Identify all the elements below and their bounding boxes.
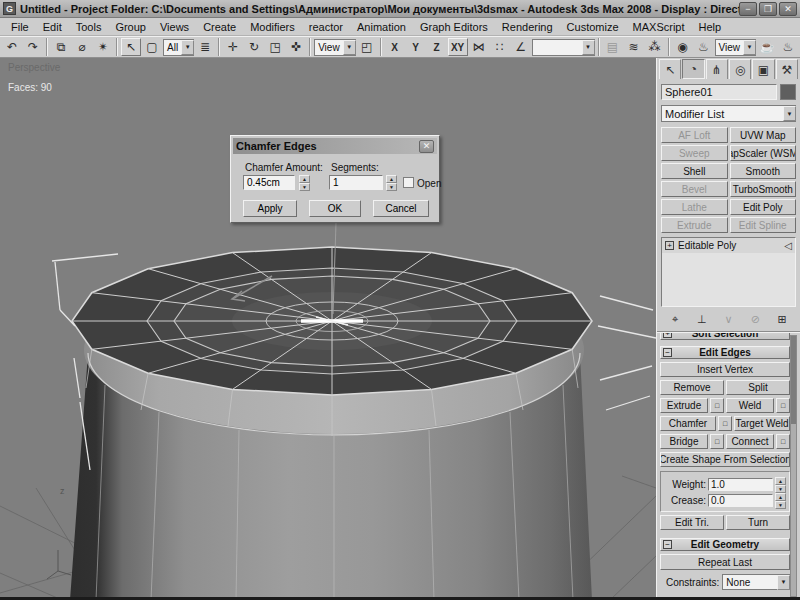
object-name-field[interactable]: Sphere01 xyxy=(661,84,777,100)
create-shape-button[interactable]: Create Shape From Selection xyxy=(660,452,790,467)
menu-modifiers[interactable]: Modifiers xyxy=(243,19,302,35)
chevron-down-icon[interactable]: ▼ xyxy=(181,40,194,55)
mirror-icon[interactable]: ⋈ xyxy=(469,38,489,56)
restrict-xy-plane-button[interactable]: XY xyxy=(448,38,468,56)
curve-editor-icon[interactable]: ≋ xyxy=(624,38,644,56)
mapscaler-button[interactable]: apScaler (WSM xyxy=(730,145,797,161)
rollout-edit-edges[interactable]: − Edit Edges xyxy=(660,346,790,359)
menu-file[interactable]: File xyxy=(4,19,36,35)
render-scene-dialog-icon[interactable]: ♨ xyxy=(694,38,714,56)
select-and-manipulate-icon[interactable]: ✜ xyxy=(286,38,306,56)
connect-settings-icon[interactable]: □ xyxy=(776,434,790,449)
restrict-y-button[interactable]: Y xyxy=(406,38,426,56)
chevron-down-icon[interactable]: ▼ xyxy=(343,40,356,55)
menu-animation[interactable]: Animation xyxy=(350,19,413,35)
weld-button[interactable]: Weld xyxy=(726,398,774,413)
collapse-icon[interactable]: − xyxy=(663,540,672,549)
selection-filter-dropdown[interactable]: All ▼ xyxy=(163,39,194,56)
uvwmap-button[interactable]: UVW Map xyxy=(730,127,797,143)
chevron-down-icon[interactable]: ▼ xyxy=(777,575,790,590)
segments-spinner[interactable]: ▲ ▼ xyxy=(386,175,397,190)
bind-to-space-warp-icon[interactable]: ✴ xyxy=(93,38,113,56)
angle-snap-icon[interactable]: ∠ xyxy=(511,38,531,56)
restore-button[interactable]: ❐ xyxy=(759,2,777,16)
target-weld-button[interactable]: Target Weld xyxy=(734,416,790,431)
render-last-icon[interactable]: ♨ xyxy=(778,38,798,56)
tab-create-icon[interactable]: ↖ xyxy=(659,59,681,79)
weight-spinner[interactable]: ▲ ▼ xyxy=(775,477,786,491)
expand-icon[interactable]: + xyxy=(665,241,674,250)
dialog-close-icon[interactable]: ✕ xyxy=(419,140,434,153)
tab-utilities-icon[interactable]: ⚒ xyxy=(776,59,798,79)
select-object-icon[interactable]: ↖ xyxy=(121,38,141,56)
dialog-title-bar[interactable]: Chamfer Edges ✕ xyxy=(233,138,437,154)
ok-button[interactable]: OK xyxy=(309,200,361,217)
constraints-dropdown[interactable]: None ▼ xyxy=(722,574,790,590)
select-and-move-icon[interactable]: ✛ xyxy=(223,38,243,56)
menu-create[interactable]: Create xyxy=(196,19,243,35)
restrict-x-button[interactable]: X xyxy=(385,38,405,56)
rollout-soft-selection[interactable]: + Soft Selection xyxy=(660,333,790,340)
menu-views[interactable]: Views xyxy=(153,19,196,35)
unlink-selection-icon[interactable]: ⌀ xyxy=(72,38,92,56)
collapse-icon[interactable]: − xyxy=(663,348,672,357)
stack-item-editable-poly[interactable]: + Editable Poly ◁ xyxy=(662,238,795,253)
expand-icon[interactable]: + xyxy=(663,333,672,338)
undo-icon[interactable]: ↶ xyxy=(2,38,22,56)
select-and-link-icon[interactable]: ⧉ xyxy=(51,38,71,56)
edit-tri-button[interactable]: Edit Tri. xyxy=(660,515,724,530)
modifier-stack[interactable]: + Editable Poly ◁ xyxy=(661,237,796,307)
chamfer-amount-field[interactable]: 0.45cm xyxy=(243,175,295,190)
minimize-button[interactable]: − xyxy=(739,2,757,16)
select-and-scale-icon[interactable]: ◳ xyxy=(265,38,285,56)
menu-help[interactable]: Help xyxy=(692,19,729,35)
turbosmooth-button[interactable]: TurboSmooth xyxy=(730,181,797,197)
spin-up-icon[interactable]: ▲ xyxy=(775,493,786,501)
redo-icon[interactable]: ↷ xyxy=(23,38,43,56)
scrollbar-thumb[interactable] xyxy=(791,336,796,424)
connect-button[interactable]: Connect xyxy=(726,434,774,449)
extrude-settings-icon[interactable]: □ xyxy=(710,398,724,413)
manage-layers-icon[interactable]: ▤ xyxy=(603,38,623,56)
editpoly-button[interactable]: Edit Poly xyxy=(730,199,797,215)
bridge-settings-icon[interactable]: □ xyxy=(710,434,724,449)
crease-field[interactable]: 0.0 xyxy=(708,494,773,507)
quick-render-icon[interactable]: ☕ xyxy=(757,38,777,56)
split-button[interactable]: Split xyxy=(726,380,790,395)
rollout-scrollbar[interactable] xyxy=(790,335,797,597)
spin-up-icon[interactable]: ▲ xyxy=(775,477,786,485)
use-pivot-point-icon[interactable]: ◰ xyxy=(357,38,377,56)
menu-rendering[interactable]: Rendering xyxy=(495,19,560,35)
pin-stack-icon[interactable]: ⌖ xyxy=(665,311,685,328)
insert-vertex-button[interactable]: Insert Vertex xyxy=(660,362,790,377)
bridge-button[interactable]: Bridge xyxy=(660,434,708,449)
menu-tools[interactable]: Tools xyxy=(69,19,109,35)
menu-maxscript[interactable]: MAXScript xyxy=(626,19,692,35)
smooth-button[interactable]: Smooth xyxy=(730,163,797,179)
remove-button[interactable]: Remove xyxy=(660,380,724,395)
close-button[interactable]: ✕ xyxy=(779,2,797,16)
configure-modifier-sets-icon[interactable]: ⊞ xyxy=(772,311,792,328)
extrude-button[interactable]: Extrude xyxy=(660,398,708,413)
chevron-down-icon[interactable]: ▼ xyxy=(743,40,756,55)
tab-hierarchy-icon[interactable]: ⋔ xyxy=(706,59,728,79)
tab-motion-icon[interactable]: ◎ xyxy=(729,59,751,79)
weld-settings-icon[interactable]: □ xyxy=(776,398,790,413)
menu-edit[interactable]: Edit xyxy=(36,19,69,35)
chevron-down-icon[interactable]: ▼ xyxy=(783,106,796,121)
restrict-z-button[interactable]: Z xyxy=(427,38,447,56)
show-end-result-icon[interactable]: ⊥ xyxy=(692,311,712,328)
spin-down-icon[interactable]: ▼ xyxy=(775,501,786,509)
menu-reactor[interactable]: reactor xyxy=(302,19,350,35)
shell-button[interactable]: Shell xyxy=(661,163,728,179)
tab-modify-icon[interactable]: ◔ xyxy=(682,59,704,79)
spin-down-icon[interactable]: ▼ xyxy=(775,485,786,493)
spin-down-icon[interactable]: ▼ xyxy=(299,183,310,191)
rollout-edit-geometry[interactable]: − Edit Geometry xyxy=(660,538,790,551)
selection-region-icon[interactable]: ▢ xyxy=(142,38,162,56)
schematic-view-icon[interactable]: ⁂ xyxy=(645,38,665,56)
select-and-rotate-icon[interactable]: ↻ xyxy=(244,38,264,56)
weight-field[interactable]: 1.0 xyxy=(708,478,773,491)
crease-spinner[interactable]: ▲ ▼ xyxy=(775,493,786,507)
viewport-label[interactable]: Perspective xyxy=(8,62,60,73)
